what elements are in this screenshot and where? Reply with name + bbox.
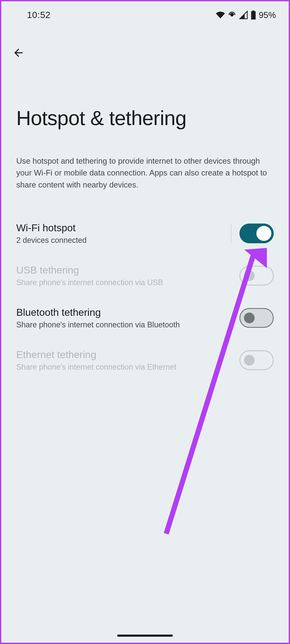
- setting-subtitle: Share phone's internet connection via Bl…: [16, 320, 239, 329]
- nav-handle[interactable]: [117, 634, 173, 637]
- setting-title: Wi-Fi hotspot: [16, 222, 227, 234]
- setting-usb-tethering: USB tethering Share phone's internet con…: [1, 254, 289, 297]
- settings-list: Wi-Fi hotspot 2 devices connected USB te…: [1, 212, 289, 381]
- wifi-hotspot-toggle[interactable]: [239, 224, 274, 243]
- setting-wifi-hotspot[interactable]: Wi-Fi hotspot 2 devices connected: [1, 212, 289, 254]
- bluetooth-tethering-toggle[interactable]: [239, 308, 274, 328]
- setting-title: USB tethering: [16, 264, 239, 276]
- status-bar: 10:52 95%: [1, 1, 289, 24]
- usb-tethering-toggle: [239, 266, 274, 286]
- wifi-icon: [216, 10, 225, 20]
- setting-subtitle: Share phone's internet connection via US…: [16, 278, 239, 287]
- divider: [231, 224, 231, 243]
- setting-title: Ethernet tethering: [16, 348, 239, 360]
- ethernet-tethering-toggle: [239, 350, 274, 370]
- setting-subtitle: 2 devices connected: [16, 236, 227, 245]
- toggle-thumb: [244, 355, 255, 366]
- setting-bluetooth-tethering[interactable]: Bluetooth tethering Share phone's intern…: [1, 297, 289, 339]
- setting-title: Bluetooth tethering: [16, 306, 239, 318]
- toggle-thumb: [244, 270, 255, 281]
- setting-text: USB tethering Share phone's internet con…: [16, 264, 239, 287]
- setting-text: Wi-Fi hotspot 2 devices connected: [16, 222, 227, 245]
- svg-point-0: [231, 14, 233, 16]
- back-button[interactable]: [11, 46, 25, 60]
- setting-text: Ethernet tethering Share phone's interne…: [16, 348, 239, 372]
- battery-percentage: 95%: [259, 10, 276, 20]
- toggle-thumb: [256, 226, 271, 241]
- setting-subtitle: Share phone's internet connection via Et…: [16, 362, 239, 372]
- status-right: 95%: [216, 10, 276, 20]
- toggle-thumb: [244, 312, 255, 323]
- clock: 10:52: [27, 10, 51, 20]
- hotspot-icon: [227, 10, 236, 20]
- battery-icon: [251, 10, 256, 20]
- setting-text: Bluetooth tethering Share phone's intern…: [16, 306, 239, 329]
- setting-ethernet-tethering: Ethernet tethering Share phone's interne…: [1, 339, 289, 381]
- page-title: Hotspot & tethering: [16, 107, 274, 129]
- page-description: Use hotspot and tethering to provide int…: [16, 155, 274, 191]
- signal-icon: [239, 10, 248, 20]
